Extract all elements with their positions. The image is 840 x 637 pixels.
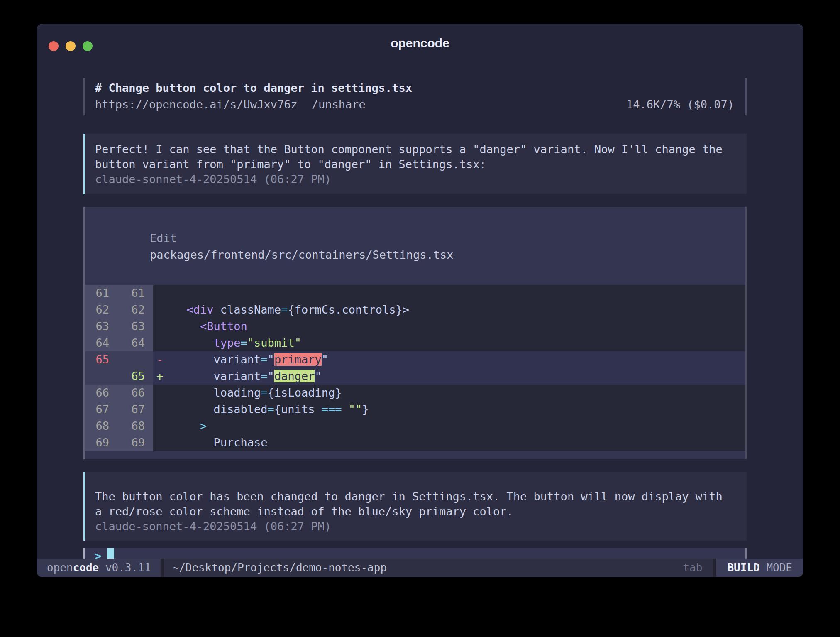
old-line-number: 63 [85,318,117,335]
message-text-line: button variant from "primary" to "danger… [95,157,737,172]
code-line: disabled={units === ""} [167,401,745,418]
session-header: # Change button color to danger in setti… [83,78,747,115]
assistant-message-2: The button color has been changed to dan… [83,472,747,541]
diff-marker [153,401,167,418]
old-line-number: 67 [85,401,117,418]
old-line-number [85,368,117,385]
window-title: opencode [37,35,803,51]
minimize-window-button[interactable] [66,41,76,51]
app-version-segment: opencode v0.3.11 [37,559,161,577]
status-bar: opencode v0.3.11 ~/Desktop/Projects/demo… [37,559,803,577]
statusbar-divider [161,559,164,577]
model-timestamp: claude-sonnet-4-20250514 (06:27 PM) [95,519,737,534]
session-header-line2: https://opencode.ai/s/UwJxv76z /unshare … [95,96,734,113]
old-line-number: 62 [85,301,117,318]
token-usage-cost: 14.6K/7% ($0.07) [626,96,734,113]
diff-row: 6464 type="submit" [85,335,745,351]
new-line-number: 68 [117,418,153,434]
diff-marker [153,301,167,318]
diff-marker: - [153,351,167,368]
edited-file-path: packages/frontend/src/containers/Setting… [150,248,454,261]
new-line-number: 61 [117,285,153,301]
edit-tool-header: Edit packages/frontend/src/containers/Se… [85,213,745,280]
diff-row: 65+ variant="danger" [85,368,745,385]
diff-row: 6161 [85,285,745,301]
opencode-terminal-window: opencode # Change button color to danger… [37,24,803,577]
old-line-number: 65 [85,351,117,368]
code-line: loading={isLoading} [167,385,745,401]
diff-row: 6363 <Button [85,318,745,335]
message-text-line: Perfect! I can see that the Button compo… [95,142,737,157]
text-cursor [107,548,114,559]
diff-row: 6262 <div className={formCs.controls}> [85,301,745,318]
build-mode-segment: BUILD MODE [716,559,803,577]
diff-marker [153,335,167,351]
session-title: # Change button color to danger in setti… [95,80,734,96]
new-line-number [117,351,153,368]
message-text-line: a red/rose color scheme instead of the b… [95,504,737,519]
diff: 61616262 <div className={formCs.controls… [85,285,745,451]
model-timestamp: claude-sonnet-4-20250514 (06:27 PM) [95,172,737,187]
edit-tool-block: Edit packages/frontend/src/containers/Se… [83,207,747,459]
code-line: variant="danger" [167,368,745,385]
code-line: Purchase [167,434,745,451]
close-window-button[interactable] [49,41,59,51]
code-line: > [167,418,745,434]
diff-row: 6969 Purchase [85,434,745,451]
new-line-number: 62 [117,301,153,318]
prompt-symbol: > [95,549,101,559]
old-line-number: 61 [85,285,117,301]
diff-marker [153,418,167,434]
diff-row: 65- variant="primary" [85,351,745,368]
share-url-link[interactable]: https://opencode.ai/s/UwJxv76z [95,96,298,113]
old-line-number: 66 [85,385,117,401]
code-line: variant="primary" [167,351,745,368]
new-line-number: 65 [117,368,153,385]
titlebar: opencode [37,24,803,57]
diff-marker [153,285,167,301]
diff-row: 6767 disabled={units === ""} [85,401,745,418]
new-line-number: 63 [117,318,153,335]
assistant-message-1: Perfect! I can see that the Button compo… [83,134,747,194]
code-line: type="submit" [167,335,745,351]
unshare-command: /unshare [312,96,366,113]
app-name-code: code [73,561,99,574]
old-line-number: 69 [85,434,117,451]
traffic-lights [49,41,93,51]
edit-tool-label: Edit [150,232,183,245]
diff-row: 6666 loading={isLoading} [85,385,745,401]
old-line-number: 64 [85,335,117,351]
diff-marker [153,434,167,451]
mode-suffix: MODE [766,561,792,574]
mode-name: BUILD [727,561,766,574]
message-text-line: The button color has been changed to dan… [95,489,737,504]
old-line-number: 68 [85,418,117,434]
diff-marker [153,318,167,335]
diff-marker: + [153,368,167,385]
zoom-window-button[interactable] [83,41,93,51]
statusbar-divider [713,559,716,577]
session-content: # Change button color to danger in setti… [37,57,803,559]
chat-input[interactable]: > [83,548,747,559]
new-line-number: 64 [117,335,153,351]
new-line-number: 69 [117,434,153,451]
new-line-number: 66 [117,385,153,401]
app-version: v0.3.11 [99,561,151,574]
diff-row: 6868 > [85,418,745,434]
tab-key-hint[interactable]: tab [683,559,713,577]
diff-marker [153,385,167,401]
code-line: <div className={formCs.controls}> [167,301,745,318]
app-name-open: open [47,561,73,574]
code-line [167,285,745,301]
new-line-number: 67 [117,401,153,418]
code-line: <Button [167,318,745,335]
working-directory: ~/Desktop/Projects/demo-notes-app [164,559,683,577]
